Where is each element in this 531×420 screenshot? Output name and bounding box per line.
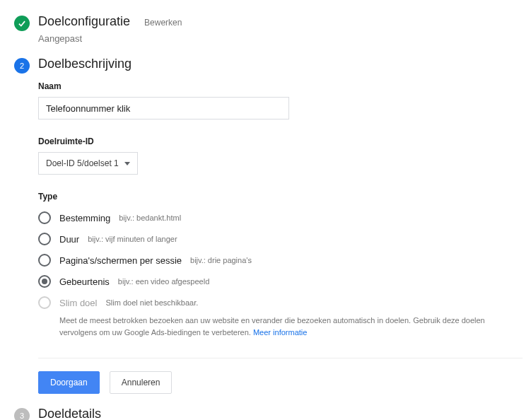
- type-option-destination[interactable]: Bestemming bijv.: bedankt.html: [38, 207, 523, 228]
- step3-badge: 3: [14, 408, 30, 420]
- divider: [38, 358, 523, 358]
- type-option-smart: Slim doel Slim doel niet beschikbaar.: [38, 292, 523, 313]
- radio-label: Slim doel: [59, 298, 97, 308]
- cancel-button[interactable]: Annuleren: [110, 371, 173, 394]
- radio-hint: bijv.: bedankt.html: [119, 214, 181, 222]
- type-label: Type: [38, 192, 523, 202]
- slot-label: Doelruimte-ID: [38, 136, 523, 146]
- radio-label: Pagina's/schermen per sessie: [59, 255, 182, 266]
- radio-icon[interactable]: [38, 254, 51, 267]
- type-option-event[interactable]: Gebeurtenis bijv.: een video afgespeeld: [38, 271, 523, 292]
- step2-title: Doelbeschrijving: [38, 57, 132, 71]
- type-option-duration[interactable]: Duur bijv.: vijf minuten of langer: [38, 228, 523, 250]
- step-goal-configuration: Doelconfiguratie Bewerken Aangepast: [14, 14, 523, 44]
- step-goal-details: 3 Doeldetails: [14, 407, 523, 420]
- radio-label: Duur: [59, 234, 79, 245]
- radio-icon[interactable]: [38, 275, 51, 288]
- caret-down-icon: [124, 162, 130, 165]
- step3-title: Doeldetails: [38, 407, 101, 420]
- radio-hint: bijv.: drie pagina's: [190, 256, 252, 264]
- step1-subtitle: Aangepast: [38, 33, 523, 44]
- radio-hint: bijv.: een video afgespeeld: [118, 277, 209, 286]
- radio-icon[interactable]: [38, 233, 51, 245]
- name-input[interactable]: [38, 97, 289, 119]
- continue-button[interactable]: Doorgaan: [38, 371, 100, 394]
- radio-label: Gebeurtenis: [59, 276, 110, 287]
- smart-description: Meet de meest betrokken bezoeken aan uw …: [59, 315, 505, 338]
- radio-hint: Slim doel niet beschikbaar.: [105, 298, 198, 307]
- smart-more-info-link[interactable]: Meer informatie: [253, 328, 307, 337]
- type-option-pages[interactable]: Pagina's/schermen per sessie bijv.: drie…: [38, 250, 523, 271]
- step2-badge: 2: [14, 58, 30, 74]
- radio-label: Bestemming: [59, 213, 110, 223]
- radio-icon[interactable]: [38, 211, 51, 224]
- slot-value: Doel-ID 5/doelset 1: [46, 158, 119, 168]
- name-label: Naam: [38, 81, 523, 91]
- radio-hint: bijv.: vijf minuten of langer: [88, 235, 177, 243]
- check-icon: [14, 16, 30, 31]
- edit-link[interactable]: Bewerken: [144, 18, 182, 28]
- slot-select[interactable]: Doel-ID 5/doelset 1: [38, 152, 138, 175]
- step1-title: Doelconfiguratie: [38, 14, 130, 29]
- radio-icon: [38, 296, 51, 309]
- step-goal-description: 2 Doelbeschrijving Naam Doelruimte-ID Do…: [14, 57, 523, 394]
